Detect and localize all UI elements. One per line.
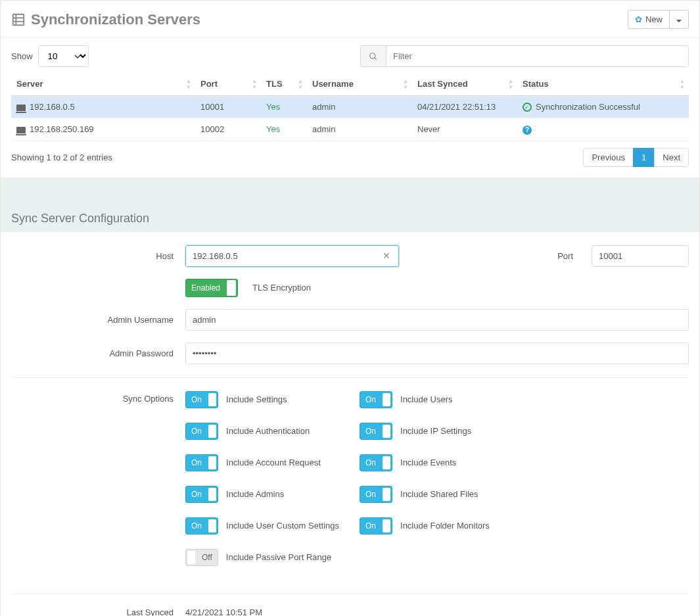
port-label: Port (557, 251, 585, 261)
col-username[interactable]: Username (312, 79, 354, 89)
show-label: Show (11, 51, 33, 61)
question-circle-icon: ? (523, 126, 532, 135)
option-toggle[interactable]: On (185, 391, 218, 408)
table-row[interactable]: 192.168.250.16910002YesadminNever? (11, 118, 689, 141)
option-toggle[interactable]: Off (185, 549, 218, 566)
table-row[interactable]: 192.168.0.510001Yesadmin04/21/2021 22:51… (11, 96, 689, 118)
server-icon (16, 127, 26, 133)
option-label: Include Folder Monitors (400, 521, 490, 531)
gear-icon: ✿ (635, 14, 642, 24)
option-toggle[interactable]: On (185, 423, 218, 440)
page-header: Synchronization Servers ✿ New (1, 1, 699, 37)
cell-status: ✓Synchronization Successful (517, 96, 689, 118)
option-toggle[interactable]: On (360, 423, 392, 440)
sort-icon: ▲▼ (403, 78, 408, 90)
pagination: Previous 1 Next (584, 148, 689, 167)
option-toggle[interactable]: On (360, 517, 392, 534)
svg-rect-0 (13, 14, 24, 25)
col-tls[interactable]: TLS (266, 79, 283, 89)
option-label: Include Account Request (226, 458, 321, 467)
option-toggle[interactable]: On (185, 486, 218, 503)
option-label: Include User Custom Settings (226, 521, 339, 531)
sort-icon: ▲▼ (680, 78, 685, 90)
cell-last-synced: Never (412, 118, 517, 141)
col-last-synced[interactable]: Last Synced (417, 79, 468, 89)
sort-icon: ▲▼ (186, 78, 191, 90)
sync-options-label: Sync Options (11, 391, 185, 404)
col-port[interactable]: Port (200, 79, 218, 89)
cell-tls: Yes (261, 118, 307, 141)
admin-password-label: Admin Password (11, 348, 185, 358)
cell-server: 192.168.250.169 (30, 124, 94, 134)
host-label: Host (11, 251, 185, 261)
page-title: Synchronization Servers (31, 11, 200, 28)
check-circle-icon: ✓ (523, 103, 532, 112)
config-title: Sync Server Configuration (1, 204, 699, 232)
new-button-label: New (645, 14, 663, 24)
sort-icon: ▲▼ (298, 78, 303, 90)
new-dropdown-button[interactable] (670, 10, 689, 29)
search-icon (360, 45, 386, 67)
cell-port: 10001 (195, 96, 261, 118)
tls-toggle[interactable]: Enabled (185, 279, 238, 297)
option-label: Include Authentication (226, 426, 310, 436)
caret-down-icon (676, 20, 682, 22)
last-synced-value: 4/21/2021 10:51 PM (185, 607, 262, 617)
option-label: Include Events (400, 458, 456, 467)
cell-server: 192.168.0.5 (30, 102, 75, 112)
option-label: Include Shared Files (400, 489, 478, 499)
cell-last-synced: 04/21/2021 22:51:13 (412, 96, 517, 118)
new-button[interactable]: ✿ New (628, 10, 670, 29)
admin-password-input[interactable] (185, 343, 689, 364)
option-toggle[interactable]: On (360, 486, 392, 503)
svg-point-4 (370, 53, 375, 58)
page-previous[interactable]: Previous (583, 148, 634, 167)
option-label: Include IP Settings (400, 426, 471, 436)
option-label: Include Passive Port Range (226, 552, 331, 562)
page-next[interactable]: Next (654, 148, 689, 167)
list-icon (11, 12, 26, 27)
option-label: Include Users (400, 394, 452, 404)
sort-icon: ▲▼ (252, 78, 257, 90)
admin-username-label: Admin Username (11, 315, 185, 325)
svg-line-5 (375, 57, 377, 59)
option-toggle[interactable]: On (360, 454, 392, 471)
page-length-select[interactable]: 10 (38, 45, 89, 67)
col-server[interactable]: Server (16, 79, 43, 89)
option-toggle[interactable]: On (185, 517, 218, 534)
filter-group (360, 45, 689, 67)
option-toggle[interactable]: On (360, 391, 392, 408)
option-label: Include Admins (226, 489, 284, 499)
option-toggle[interactable]: On (185, 454, 218, 471)
option-label: Include Settings (226, 394, 287, 404)
host-input[interactable] (186, 246, 375, 266)
tls-encryption-label: TLS Encryption (252, 283, 311, 293)
cell-username: admin (307, 96, 412, 118)
cell-status: ? (517, 118, 689, 141)
status-text: Synchronization Successful (536, 102, 640, 112)
last-synced-label: Last Synced (11, 607, 185, 617)
admin-username-input[interactable] (185, 309, 689, 331)
port-input[interactable] (592, 245, 689, 267)
cell-port: 10002 (195, 118, 261, 141)
col-status[interactable]: Status (523, 79, 549, 89)
tls-toggle-label: Enabled (186, 283, 225, 293)
filter-input[interactable] (386, 45, 689, 67)
cell-tls: Yes (261, 96, 307, 118)
servers-table: Server▲▼ Port▲▼ TLS▲▼ Username▲▼ Last Sy… (11, 72, 689, 141)
table-info: Showing 1 to 2 of 2 entries (11, 153, 112, 162)
server-icon (16, 105, 26, 111)
page-1[interactable]: 1 (633, 148, 655, 167)
clear-icon[interactable]: ✕ (375, 246, 398, 266)
sort-icon: ▲▼ (508, 78, 513, 90)
new-button-group: ✿ New (628, 10, 689, 29)
cell-username: admin (307, 118, 412, 141)
